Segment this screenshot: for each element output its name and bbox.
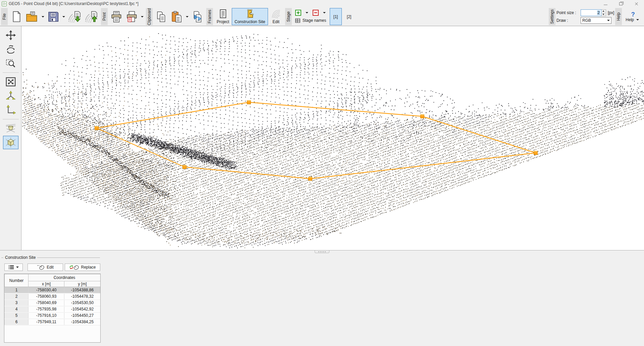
spinner-up-icon[interactable]	[601, 10, 606, 13]
export-point-cloud-button[interactable]	[83, 8, 100, 25]
toolbar-group-print: Print	[101, 8, 108, 25]
axes-2d-icon	[5, 104, 16, 116]
add-stage-caret-icon[interactable]	[306, 12, 308, 13]
coordinate-x-cell[interactable]: -757949,11	[29, 319, 64, 325]
zoom-fit-tool-button[interactable]	[3, 75, 18, 89]
pan-tool-button[interactable]	[3, 28, 18, 42]
table-row[interactable]: 4-757935,98-1054542,92	[5, 306, 101, 312]
frame-project-button[interactable]: Project	[214, 8, 232, 25]
row-number-cell[interactable]: 1	[5, 287, 29, 293]
point-cloud-viewport	[21, 26, 644, 250]
spinner-down-icon[interactable]	[601, 13, 606, 16]
draw-mode-value: RGB	[582, 18, 591, 23]
column-header-coordinates: Coordinates	[29, 274, 101, 281]
row-number-cell[interactable]: 6	[5, 319, 29, 325]
stage-tab-1-label: [1]	[333, 14, 338, 19]
edit-polygon-button[interactable]: Edit	[28, 264, 63, 271]
rotate-tool-button[interactable]	[3, 43, 18, 56]
coordinates-table-body: 1-758030,40-1054388,862-758060,93-105447…	[5, 287, 101, 325]
row-number-cell[interactable]: 4	[5, 306, 29, 312]
maximize-button[interactable]	[613, 0, 629, 7]
coordinates-table-box: Number Coordinates x [m] y [m] 1-758030,…	[4, 274, 101, 343]
coordinate-y-cell[interactable]: -1054384,25	[64, 319, 101, 325]
point-cloud-canvas[interactable]	[21, 26, 644, 250]
new-file-button[interactable]	[9, 8, 24, 25]
panel-title: Construction Site	[3, 255, 37, 260]
axonometric-view-icon	[5, 137, 16, 148]
maximize-icon	[619, 2, 623, 5]
print-picture-button[interactable]	[124, 8, 140, 25]
table-row[interactable]: 2-758060,93-1054478,32	[5, 293, 101, 300]
table-row[interactable]: 1-758030,40-1054388,86	[5, 287, 101, 293]
point-size-unit-label: [px]	[608, 10, 614, 15]
printer-icon	[110, 10, 123, 23]
copy-button[interactable]	[154, 8, 169, 25]
row-number-cell[interactable]: 5	[5, 312, 29, 319]
stage-tab-1[interactable]: [1]	[330, 8, 342, 25]
toolbar-group-frames: Frames	[206, 8, 213, 25]
stage-tab-2[interactable]: [2]	[343, 8, 355, 25]
coordinate-x-cell[interactable]: -758030,40	[29, 287, 64, 293]
list-menu-button[interactable]	[4, 264, 23, 271]
remove-stage-icon[interactable]	[312, 9, 319, 16]
paste-button[interactable]	[169, 8, 184, 25]
zoom-window-tool-button[interactable]	[3, 57, 18, 70]
open-file-button[interactable]	[24, 8, 40, 25]
view-tools-sidebar	[0, 26, 21, 250]
point-size-label: Point size :	[556, 10, 581, 15]
remove-stage-caret-icon[interactable]	[323, 12, 326, 13]
perspective-view-tool-button[interactable]	[3, 122, 18, 135]
draw-mode-select[interactable]: RGB	[581, 17, 611, 24]
add-stage-icon[interactable]	[295, 9, 302, 16]
stage-names-icon	[295, 18, 301, 23]
replace-polygon-button-label: Replace	[81, 265, 96, 270]
rotate-icon	[5, 44, 16, 55]
point-size-spinner[interactable]	[601, 9, 606, 16]
point-size-input[interactable]: 2	[581, 9, 601, 16]
coordinate-y-cell[interactable]: -1054542,92	[64, 306, 101, 312]
coordinate-y-cell[interactable]: -1054388,86	[64, 287, 101, 293]
construction-site-button-label: Construction Site	[234, 19, 265, 24]
axonometric-view-tool-button[interactable]	[3, 136, 18, 149]
copy-icon	[155, 10, 168, 23]
coordinate-x-cell[interactable]: -757935,98	[29, 306, 64, 312]
row-number-cell[interactable]: 2	[5, 293, 29, 300]
view-3d-axes-tool-button[interactable]	[3, 89, 18, 103]
stage-names-button[interactable]: Stage names	[294, 17, 329, 25]
splitter-grip-handle[interactable]	[315, 250, 329, 253]
print-button[interactable]	[109, 8, 124, 25]
minimize-button[interactable]	[598, 0, 613, 7]
view-2d-axes-tool-button[interactable]	[3, 103, 18, 117]
table-row[interactable]: 6-757949,11-1054384,25	[5, 319, 101, 325]
list-menu-caret-icon	[16, 267, 19, 268]
paste-dropdown-caret-icon[interactable]	[186, 16, 189, 17]
table-row[interactable]: 5-757916,10-1054450,27	[5, 312, 101, 319]
save-file-button[interactable]	[46, 8, 61, 25]
close-button[interactable]	[629, 0, 644, 7]
help-button[interactable]: ? Help	[623, 8, 643, 25]
pan-icon	[5, 30, 16, 41]
row-number-cell[interactable]: 3	[5, 300, 29, 306]
save-dropdown-caret-icon[interactable]	[62, 16, 65, 17]
print-dropdown-caret-icon[interactable]	[141, 16, 144, 17]
sidebar-separator	[3, 119, 19, 119]
construction-site-panel: Construction Site Edit Replace Number	[0, 254, 644, 346]
main-toolbar: File Print Clipboard Frames Project Cons…	[0, 7, 644, 26]
coordinate-y-cell[interactable]: -1054478,32	[64, 293, 101, 300]
open-dropdown-caret-icon[interactable]	[42, 16, 44, 17]
import-point-cloud-button[interactable]	[66, 8, 83, 25]
frame-construction-site-button[interactable]: Construction Site	[232, 8, 268, 25]
coordinate-y-cell[interactable]: -1054450,27	[64, 312, 101, 319]
copy-picture-button[interactable]	[190, 8, 205, 25]
replace-polygon-button[interactable]: Replace	[65, 264, 100, 271]
coordinate-x-cell[interactable]: -757916,10	[29, 312, 64, 319]
stage-group-label: Stage	[286, 11, 291, 22]
coordinate-y-cell[interactable]: -1054530,50	[64, 300, 101, 306]
coordinate-x-cell[interactable]: -758040,69	[29, 300, 64, 306]
frame-edit-button[interactable]: Edit	[268, 8, 284, 25]
coordinate-x-cell[interactable]: -758060,93	[29, 293, 64, 300]
help-caret-icon	[636, 19, 639, 20]
clipboard-group-label: Clipboard	[147, 8, 152, 25]
title-bar: GEO5 - Point Cloud (64 bit) [C:\Users\tu…	[0, 0, 644, 7]
table-row[interactable]: 3-758040,69-1054530,50	[5, 300, 101, 306]
